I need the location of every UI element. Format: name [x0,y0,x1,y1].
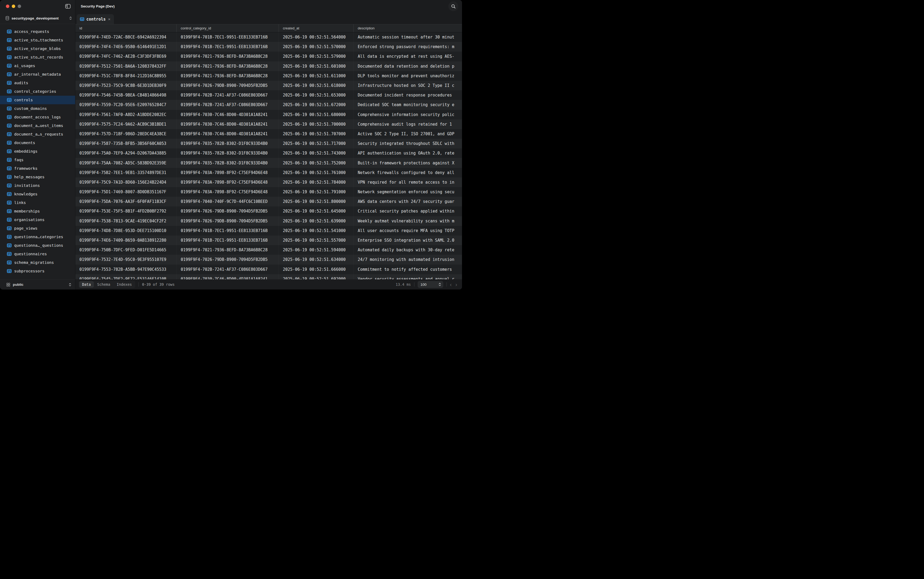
cell-control-category-id[interactable]: 0199F9F4-7021-7936-8EFD-8A73BA6B8C28 [177,62,279,71]
cell-description[interactable]: Comprehensive information security polic [354,110,462,119]
cell-control-category-id[interactable]: 0199F9F4-7021-7936-8EFD-8A73BA6B8C28 [177,52,279,61]
cell-control-category-id[interactable]: 0199F9F4-7026-79DB-8900-7094D5FB2DB5 [177,255,279,264]
sidebar-table-item[interactable]: controls [0,96,75,104]
cell-created-at[interactable]: 2025-06-19 00:52:51.634000 [279,255,354,264]
cell-description[interactable]: Enterprise SSO integration with SAML 2.0 [354,236,462,245]
tab-controls[interactable]: controls × [77,14,114,24]
cell-id[interactable]: 0199F9F4-7553-782B-A5BB-947E90C45533 [75,265,177,274]
column-header[interactable]: description [354,25,462,32]
cell-created-at[interactable]: 2025-06-19 00:52:51.680000 [279,110,354,119]
cell-created-at[interactable]: 2025-06-19 00:52:51.784000 [279,178,354,187]
column-header[interactable]: control_category_id [177,25,279,32]
cell-description[interactable]: Vendor security assessments and annual r [354,274,462,279]
cell-id[interactable]: 0199F9F4-7546-745B-9BEA-CB4B14866498 [75,90,177,100]
cell-control-category-id[interactable]: 0199F9F4-7030-7C46-8D00-4D301A1A8241 [177,110,279,119]
sidebar-table-item[interactable]: document_a…s_requests [0,130,75,139]
view-tab[interactable]: Data [79,281,94,288]
sidebar-table-item[interactable]: links [0,198,75,207]
cell-created-at[interactable]: 2025-06-19 00:52:51.761000 [279,168,354,178]
cell-id[interactable]: 0199F9F4-74ED-72AC-B8CE-6942A6922394 [75,32,177,42]
cell-description[interactable]: Active SOC 2 Type II, ISO 27001, and GDP [354,129,462,139]
cell-description[interactable]: VPN required for all remote access to in [354,178,462,187]
cell-created-at[interactable]: 2025-06-19 00:52:51.611000 [279,71,354,81]
view-tab[interactable]: Indexes [114,281,135,288]
sidebar-table-item[interactable]: access_requests [0,27,75,36]
cell-id[interactable]: 0199F9F4-75DA-7076-AA3F-6F0FAF11B3CF [75,197,177,206]
sidebar-table-item[interactable]: subprocessors [0,267,75,275]
cell-control-category-id[interactable]: 0199F9F4-7035-782B-8302-D1F8C933D4B0 [177,148,279,158]
cell-description[interactable]: Infrastructure hosted on SOC 2 Type II c [354,81,462,90]
cell-control-category-id[interactable]: 0199F9F4-701B-7EC1-9951-EE8133EB716B [177,42,279,52]
cell-created-at[interactable]: 2025-06-19 00:52:51.541000 [279,226,354,236]
sidebar-table-item[interactable]: questionna…_questions [0,241,75,250]
cell-control-category-id[interactable]: 0199F9F4-701B-7EC1-9951-EE8133EB716B [177,32,279,42]
cell-description[interactable]: Weekly autmat vulnerability scans with m [354,216,462,226]
cell-description[interactable]: Dedicated SOC team monitoring security e [354,100,462,110]
sidebar-table-item[interactable]: control_categories [0,87,75,96]
sidebar-table-item[interactable]: document_a…uest_items [0,121,75,130]
cell-control-category-id[interactable]: 0199F9F4-703A-7898-8F92-C75EF94D6E48 [177,178,279,187]
cell-control-category-id[interactable]: 0199F9F4-7030-7C46-8D00-4D301A1A8241 [177,119,279,129]
cell-created-at[interactable]: 2025-06-19 00:52:51.700000 [279,119,354,129]
cell-created-at[interactable]: 2025-06-19 00:52:51.666000 [279,265,354,274]
cell-description[interactable]: API authentication using OAuth 2.0, rate [354,148,462,158]
cell-description[interactable]: Automated daily backups with 30-day rete [354,245,462,255]
cell-description[interactable]: AWS data centers with 24/7 security guar [354,197,462,206]
cell-control-category-id[interactable]: 0199F9F4-702B-7241-AF37-C086E803D667 [177,100,279,110]
cell-created-at[interactable]: 2025-06-19 00:52:51.800000 [279,197,354,206]
cell-id[interactable]: 0199F9F4-7512-7501-BA6A-1208378432FF [75,62,177,71]
cell-created-at[interactable]: 2025-06-19 00:52:51.645000 [279,206,354,216]
cell-control-category-id[interactable]: 0199F9F4-7026-79DB-8900-7094D5FB2DB5 [177,206,279,216]
cell-id[interactable]: 0199F9F4-7559-7C20-95E6-E209765284C7 [75,100,177,110]
sidebar-table-item[interactable]: page_views [0,224,75,232]
cell-id[interactable]: 0199F9F4-75A0-7EF9-A294-D2067DA43885 [75,148,177,158]
cell-created-at[interactable]: 2025-06-19 00:52:51.639000 [279,216,354,226]
cell-description[interactable]: Critical security patches applied within [354,206,462,216]
cell-created-at[interactable]: 2025-06-19 00:52:51.653000 [279,90,354,100]
sidebar-table-item[interactable]: audits [0,79,75,87]
sidebar-table-item[interactable]: knowledges [0,190,75,198]
sidebar-table-item[interactable]: help_messages [0,173,75,181]
cell-created-at[interactable]: 2025-06-19 00:52:51.579000 [279,52,354,61]
cell-description[interactable]: Documented incident response procedures [354,90,462,100]
cell-description[interactable]: All user accounts require MFA using TOTP [354,226,462,236]
cell-id[interactable]: 0199F9F4-7575-7C24-9A62-ACB9C3B1BDE1 [75,119,177,129]
cell-created-at[interactable]: 2025-06-19 00:52:51.564000 [279,32,354,42]
cell-control-category-id[interactable]: 0199F9F4-7035-782B-8302-D1F8C933D4B0 [177,139,279,148]
cell-id[interactable]: 0199F9F4-751C-78F8-8F84-212D16C8B955 [75,71,177,81]
cell-id[interactable]: 0199F9F4-75C9-7A1D-8D60-156E24B224D4 [75,178,177,187]
cell-description[interactable]: Network segmentation enforced using secu [354,187,462,197]
sidebar-table-item[interactable]: organisations [0,216,75,224]
sidebar-table-item[interactable]: document_access_logs [0,113,75,121]
cell-control-category-id[interactable]: 0199F9F4-7030-7C46-8D00-4D301A1A8241 [177,129,279,139]
cell-id[interactable]: 0199F9F4-7587-7358-BFB5-3B56F60CA053 [75,139,177,148]
cell-description[interactable]: Comprehensive audit logs retained for 1 [354,119,462,129]
cell-id[interactable]: 0199F9F4-74D8-7D8E-953D-DEE715100D10 [75,226,177,236]
cell-description[interactable]: Documented data retention and deletion p [354,62,462,71]
cell-control-category-id[interactable]: 0199F9F4-7030-7C46-8D00-4D301A1A8241 [177,274,279,279]
sidebar-table-item[interactable]: custom_domains [0,104,75,113]
cell-id[interactable]: 0199F9F4-7538-7813-9CAE-419EC04CF2F2 [75,216,177,226]
cell-created-at[interactable]: 2025-06-19 00:52:51.717000 [279,139,354,148]
page-size-select[interactable]: 100 [418,281,443,288]
cell-created-at[interactable]: 2025-06-19 00:52:51.692000 [279,274,354,279]
cell-description[interactable]: Automatic session timeout after 30 minut [354,32,462,42]
cell-id[interactable]: 0199F9F4-753E-75F5-8B1F-4FD2B0BF2792 [75,206,177,216]
cell-control-category-id[interactable]: 0199F9F4-7021-7936-8EFD-8A73BA6B8C28 [177,71,279,81]
cell-control-category-id[interactable]: 0199F9F4-7021-7936-8EFD-8A73BA6B8C28 [177,245,279,255]
column-header[interactable]: created_at [279,25,354,32]
minimize-window-button[interactable] [12,5,15,8]
zoom-window-button[interactable] [18,5,21,8]
cell-description[interactable]: Security integrated throughout SDLC with [354,139,462,148]
cell-control-category-id[interactable]: 0199F9F4-702B-7241-AF37-C086E803D667 [177,265,279,274]
cell-control-category-id[interactable]: 0199F9F4-702B-7241-AF37-C086E803D667 [177,90,279,100]
sidebar-table-item[interactable]: memberships [0,207,75,216]
cell-id[interactable]: 0199F9F4-75D1-7469-8007-8D0DB351167F [75,187,177,197]
cell-id[interactable]: 0199F9F4-750B-7DFC-9FED-D01FE5D14665 [75,245,177,255]
cell-id[interactable]: 0199F9F4-757D-718F-986D-28EDC4EA38CE [75,129,177,139]
cell-created-at[interactable]: 2025-06-19 00:52:51.570000 [279,42,354,52]
cell-id[interactable]: 0199F9F4-7532-7E4D-95C0-9E3F955107E9 [75,255,177,264]
cell-id[interactable]: 0199F9F4-74E6-7409-B659-0AB138912280 [75,236,177,245]
database-selector[interactable]: securitypage_development [0,13,75,24]
cell-description[interactable]: 24/7 monitoring with automated intrusion [354,255,462,264]
